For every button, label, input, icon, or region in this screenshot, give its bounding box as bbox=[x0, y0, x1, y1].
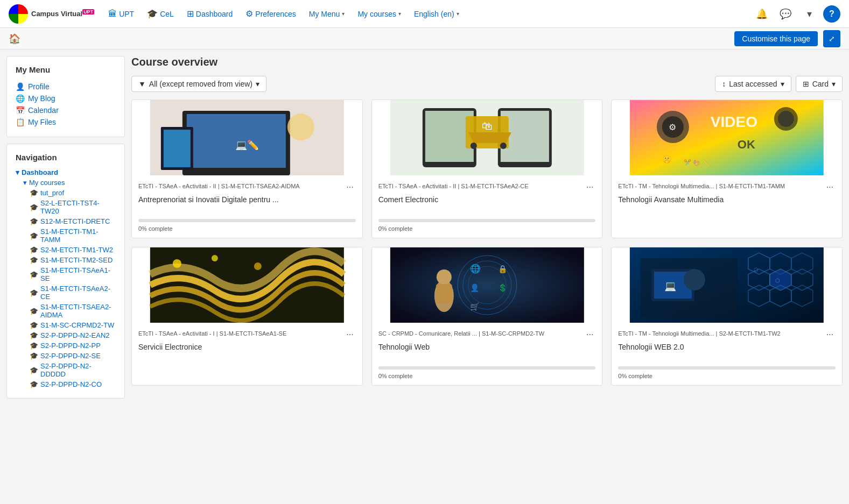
cel-icon: 🎓 bbox=[147, 9, 158, 19]
view-button[interactable]: ⊞ Card ▾ bbox=[796, 76, 843, 92]
navigation-title: Navigation bbox=[16, 153, 116, 162]
filter-button[interactable]: ▼ All (except removed from view) ▾ bbox=[131, 76, 266, 92]
mycourses-chevron: ▾ bbox=[398, 11, 401, 17]
svg-text:💻✏️: 💻✏️ bbox=[235, 139, 259, 151]
course-card-crpmd-title: Tehnologii Web bbox=[378, 343, 596, 362]
nav-preferences[interactable]: ⚙ Preferences bbox=[240, 0, 301, 28]
course-card-tw2-menu[interactable]: ··· bbox=[824, 330, 836, 339]
course-card-aidma[interactable]: 💻✏️ ETcTI - TSAeA - eActivitati - II | S… bbox=[131, 100, 363, 238]
nav-s1m-ce-item[interactable]: 🎓 S1-M-ETCTI-TSAeA2-CE bbox=[16, 283, 116, 302]
nav-s1m-tamm-item[interactable]: 🎓 S1-M-ETCTI-TM1-TAMM bbox=[16, 226, 116, 245]
svg-text:OK: OK bbox=[738, 138, 755, 151]
nav-cel[interactable]: 🎓 CeL bbox=[142, 0, 179, 28]
nav-s1m-sed-item[interactable]: 🎓 S1-M-ETCTI-TM2-SED bbox=[16, 255, 116, 265]
sidebar-profile-link[interactable]: 👤 Profile bbox=[16, 81, 116, 93]
nav-s2p-ddddd-item[interactable]: 🎓 S2-P-DPPD-N2-DDDDD bbox=[16, 361, 116, 379]
sort-button[interactable]: ↕ Last accessed ▾ bbox=[715, 76, 791, 92]
profile-icon: 👤 bbox=[16, 82, 25, 91]
nav-s2l-item[interactable]: 🎓 S2-L-ETCTI-TST4-TW20 bbox=[16, 198, 116, 216]
help-button[interactable]: ? bbox=[823, 5, 840, 23]
dropdown-arrow[interactable]: ▾ bbox=[799, 4, 819, 24]
course-card-tamm-title: Tehnologii Avansate Multimedia bbox=[618, 195, 836, 215]
course-card-ce-subtitle: ETcTI - TSAeA - eActivitati - II | S1-M-… bbox=[378, 182, 584, 190]
course-card-tamm[interactable]: ⚙ VIDEO OK 🤫 ✂️ 🎨 📏 ETcTI - TM - Tehnolo… bbox=[611, 100, 843, 238]
course-card-crpmd-header: SC - CRPMD - Comunicare, Relatii ... | S… bbox=[378, 330, 596, 339]
nav-s2m-tw2-item[interactable]: 🎓 S2-M-ETCTI-TM1-TW2 bbox=[16, 245, 116, 255]
nav-s2p-co-item[interactable]: 🎓 S2-P-DPPD-N2-CO bbox=[16, 379, 116, 389]
course-card-crpmd-menu[interactable]: ··· bbox=[584, 330, 595, 339]
secondary-navigation: 🏠 Customise this page ⤢ bbox=[0, 28, 849, 49]
course-card-se[interactable]: ETcTI - TSAeA - eActivitati - I | S1-M-E… bbox=[131, 247, 363, 386]
nav-s2p-pp-label: S2-P-DPPD-N2-PP bbox=[40, 342, 101, 350]
nav-s2p-ddddd-label: S2-P-DPPD-N2-DDDDD bbox=[40, 362, 116, 378]
filter-left: ▼ All (except removed from view) ▾ bbox=[131, 76, 266, 92]
nav-dashboard[interactable]: ⊞ Dashboard bbox=[181, 0, 238, 28]
course-card-aidma-menu[interactable]: ··· bbox=[344, 182, 355, 192]
nav-s1m-sc-tw-item[interactable]: 🎓 S1-M-SC-CRPMD2-TW bbox=[16, 320, 116, 330]
course-card-ce-menu[interactable]: ··· bbox=[584, 182, 595, 192]
nav-mymenu-label: My Menu bbox=[309, 10, 340, 18]
customise-page-button[interactable]: Customise this page bbox=[734, 31, 818, 46]
nav-tut-prof-item[interactable]: 🎓 tut_prof bbox=[16, 188, 116, 198]
nav-s2p-se-item[interactable]: 🎓 S2-P-DPPD-N2-SE bbox=[16, 351, 116, 361]
course-card-tamm-header: ETcTI - TM - Tehnologii Multimedia... | … bbox=[618, 182, 836, 192]
navigation-card: Navigation ▾ Dashboard ▾ My courses 🎓 tu… bbox=[6, 144, 125, 399]
nav-mycourses-item[interactable]: ▾ My courses bbox=[16, 178, 116, 188]
page-layout: My Menu 👤 Profile 🌐 My Blog 📅 Calendar 📋… bbox=[0, 49, 849, 504]
course-card-crpmd[interactable]: 🌐 🔒 👤 💲 🛒 SC - CRPMD - Comunicare, Relat… bbox=[371, 247, 603, 386]
cap-icon-5: 🎓 bbox=[30, 256, 38, 264]
nav-s12m-item[interactable]: 🎓 S12-M-ETCTI-DRETC bbox=[16, 216, 116, 226]
notifications-button[interactable]: 🔔 bbox=[752, 4, 771, 24]
nav-language-label: English (en) bbox=[414, 10, 454, 18]
cap-icon-2: 🎓 bbox=[30, 217, 38, 225]
course-card-aidma-title: Antreprenoriat si Inovatii Digitale pent… bbox=[138, 195, 356, 215]
svg-point-13 bbox=[470, 143, 476, 149]
nav-s2m-tw2-label: S2-M-ETCTI-TM1-TW2 bbox=[40, 246, 113, 254]
nav-s1m-ce-label: S1-M-ETCTI-TSAeA2-CE bbox=[40, 285, 116, 301]
mymenu-chevron: ▾ bbox=[342, 11, 345, 17]
home-icon[interactable]: 🏠 bbox=[9, 33, 20, 45]
course-card-aidma-progress-label: 0% complete bbox=[138, 225, 173, 232]
nav-s2p-ean2-item[interactable]: 🎓 S2-P-DPPD-N2-EAN2 bbox=[16, 330, 116, 340]
sidebar-myfiles-link[interactable]: 📋 My Files bbox=[16, 116, 116, 128]
course-card-tamm-menu[interactable]: ··· bbox=[824, 182, 836, 192]
messages-button[interactable]: 💬 bbox=[776, 4, 795, 24]
course-card-se-header: ETcTI - TSAeA - eActivitati - I | S1-M-E… bbox=[138, 330, 356, 339]
svg-point-23 bbox=[778, 111, 794, 127]
svg-text:💻: 💻 bbox=[664, 280, 677, 292]
course-card-aidma-body: ETcTI - TSAeA - eActivitati - II | S1-M-… bbox=[132, 177, 362, 238]
logo-sup: UPT bbox=[82, 9, 94, 15]
nav-s1m-sc-tw-label: S1-M-SC-CRPMD2-TW bbox=[40, 321, 114, 329]
logo[interactable]: Campus VirtualUPT bbox=[9, 4, 94, 24]
svg-text:⚙: ⚙ bbox=[669, 123, 676, 132]
nav-language[interactable]: English (en) ▾ bbox=[409, 0, 465, 28]
nav-upt[interactable]: 🏛 UPT bbox=[103, 0, 139, 28]
expand-button[interactable]: ⤢ bbox=[823, 30, 840, 47]
sidebar-calendar-link[interactable]: 📅 Calendar bbox=[16, 104, 116, 116]
nav-s1m-aidma-item[interactable]: 🎓 S1-M-ETCTI-TSAEA2-AIDMA bbox=[16, 302, 116, 320]
svg-point-29 bbox=[212, 255, 218, 261]
cap-icon-9: 🎓 bbox=[30, 321, 38, 329]
nav-mycourses[interactable]: My courses ▾ bbox=[352, 0, 406, 28]
language-chevron: ▾ bbox=[457, 11, 459, 17]
view-label: Card bbox=[812, 80, 829, 88]
nav-upt-label: UPT bbox=[119, 10, 134, 18]
my-menu-title: My Menu bbox=[16, 65, 116, 74]
main-content: Course overview ▼ All (except removed fr… bbox=[131, 56, 843, 498]
svg-text:🌐: 🌐 bbox=[469, 264, 480, 274]
course-card-tw2[interactable]: 💻 ⬡ ⬡ ETcTI - TM - Tehnologii Multimedia… bbox=[611, 247, 843, 386]
sidebar-myblog-link[interactable]: 🌐 My Blog bbox=[16, 93, 116, 104]
course-card-se-menu[interactable]: ··· bbox=[344, 330, 355, 339]
filter-chevron: ▾ bbox=[256, 80, 259, 88]
sidebar-profile-label: Profile bbox=[28, 82, 50, 91]
sidebar-myfiles-label: My Files bbox=[28, 118, 56, 126]
nav-s2p-pp-item[interactable]: 🎓 S2-P-DPPD-N2-PP bbox=[16, 340, 116, 351]
nav-mycourses-item-label: My courses bbox=[29, 179, 65, 187]
course-card-tw2-header: ETcTI - TM - Tehnologii Multimedia... | … bbox=[618, 330, 836, 339]
course-card-ce[interactable]: 🛍 ETcTI - TSAeA - eActivitati - II | S1-… bbox=[371, 100, 603, 238]
nav-s1m-se-item[interactable]: 🎓 S1-M-ETCTI-TSAeA1-SE bbox=[16, 265, 116, 283]
nav-cel-label: CeL bbox=[160, 10, 174, 18]
nav-dashboard-item[interactable]: ▾ Dashboard bbox=[16, 167, 116, 178]
nav-mymenu[interactable]: My Menu ▾ bbox=[304, 0, 350, 28]
cap-icon-14: 🎓 bbox=[30, 380, 38, 388]
